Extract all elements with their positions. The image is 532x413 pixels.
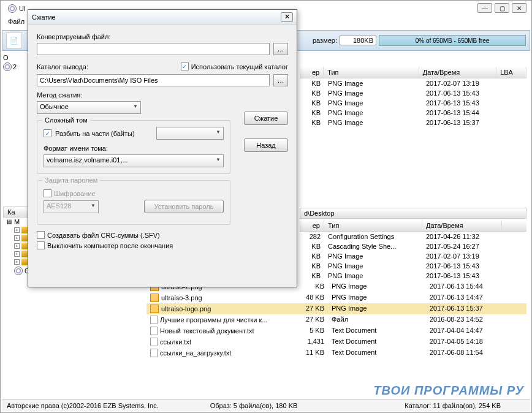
use-current-label: Использовать текущий каталог bbox=[191, 63, 288, 70]
status-image: Образ: 5 файла(ов), 180 KB bbox=[172, 402, 336, 409]
col-type[interactable]: Тип bbox=[324, 220, 422, 231]
output-label: Каталог вывода: bbox=[37, 63, 177, 70]
app-icon bbox=[8, 4, 17, 13]
lower-file-list: ultraiso-2.pngKBPNG Image2017-06-13 15:4… bbox=[146, 281, 526, 358]
encrypt-checkbox[interactable] bbox=[44, 189, 51, 197]
file-input[interactable] bbox=[37, 43, 270, 55]
output-input[interactable] bbox=[37, 74, 270, 86]
col-size[interactable]: ер bbox=[300, 67, 324, 78]
list-row[interactable]: KBPNG Image2017-02-07 13:19 bbox=[300, 78, 526, 88]
txt-icon bbox=[150, 349, 158, 357]
dialog-title: Сжатие bbox=[32, 13, 56, 21]
method-label: Метод сжатия: bbox=[37, 91, 288, 99]
png-icon bbox=[150, 294, 159, 302]
tree-row[interactable]: О bbox=[3, 53, 23, 62]
lower-file-list-partial: ер Тип Дата/Время 282Configuration Setti… bbox=[300, 220, 526, 281]
disc-icon bbox=[14, 267, 23, 275]
back-button[interactable]: Назад bbox=[244, 138, 288, 152]
new-doc-button[interactable]: 📄 bbox=[6, 32, 22, 48]
list-row[interactable]: KBPNG Image2017-02-07 13:19 bbox=[300, 251, 526, 261]
shutdown-checkbox[interactable] bbox=[37, 241, 45, 249]
volname-select[interactable]: volname.isz,volname.i01,... bbox=[44, 154, 224, 167]
compress-button[interactable]: Сжатие bbox=[244, 112, 288, 125]
col-date[interactable]: Дата/Время bbox=[419, 67, 496, 78]
list-row[interactable]: KBCascading Style She...2017-05-24 16:27 bbox=[300, 241, 526, 251]
method-select[interactable]: Обычное bbox=[37, 101, 141, 114]
title-text: Ul bbox=[19, 5, 25, 12]
png-icon bbox=[150, 305, 159, 313]
dialog-close-button[interactable]: ✕ bbox=[281, 12, 293, 22]
status-bar: Авторские права (c)2002-2016 EZB Systems… bbox=[2, 399, 530, 411]
list-row[interactable]: KBPNG Image2017-06-13 15:43 bbox=[300, 98, 526, 108]
col-size[interactable]: ер bbox=[300, 220, 324, 231]
list-row[interactable]: KBPNG Image2017-06-13 15:37 bbox=[300, 118, 526, 127]
list-row[interactable]: Новый текстовый документ.txt5 KBText Doc… bbox=[146, 325, 526, 336]
menu-file[interactable]: Файл bbox=[8, 18, 25, 25]
col-date[interactable]: Дата/Время bbox=[422, 220, 502, 231]
list-row[interactable]: ссылки_на_загрузку.txt11 KBText Document… bbox=[146, 347, 526, 358]
list-row[interactable]: KBPNG Image2017-06-13 15:44 bbox=[300, 108, 526, 118]
complex-legend: Сложный том bbox=[42, 116, 90, 124]
txt-icon bbox=[150, 338, 158, 346]
browse-output-button[interactable]: … bbox=[273, 74, 288, 86]
list-row[interactable]: ultraiso-3.png48 KBPNG Image2017-06-13 1… bbox=[146, 292, 526, 303]
list-row[interactable]: Лучшие программы для чистки к...27 KBФай… bbox=[146, 314, 526, 325]
encrypt-method-select: AES128 bbox=[44, 200, 99, 213]
volname-label: Формат имени тома: bbox=[44, 145, 224, 152]
app-title: Ul bbox=[8, 4, 25, 13]
password-legend: Защита паролем bbox=[42, 176, 100, 184]
file-label: Конвертируемый файл: bbox=[37, 33, 288, 40]
status-catalog: Каталог: 11 файла(ов), 254 KB bbox=[336, 402, 525, 409]
use-current-checkbox[interactable]: ✓ bbox=[181, 63, 189, 70]
tree-row[interactable]: 2 bbox=[3, 62, 23, 72]
size-label: размер: bbox=[313, 37, 337, 44]
list-row[interactable]: KBPNG Image2017-06-13 15:43 bbox=[300, 261, 526, 271]
list-row[interactable]: ultraiso-logo.png27 KBPNG Image2017-06-1… bbox=[146, 303, 526, 314]
txt-icon bbox=[150, 327, 158, 335]
list-row[interactable]: ссылки.txt1,431Text Document2017-04-05 1… bbox=[146, 336, 526, 347]
set-password-button: Установить пароль bbox=[144, 200, 224, 213]
path-bar[interactable]: d\Desktop bbox=[300, 208, 526, 219]
progress-bar: 0% of 650MB - 650MB free bbox=[379, 35, 526, 46]
list-row[interactable]: 282Configuration Settings2017-04-26 11:3… bbox=[300, 232, 526, 241]
close-button[interactable]: ✕ bbox=[512, 3, 526, 13]
upper-file-list: ер Тип Дата/Время LBA KBPNG Image2017-02… bbox=[300, 67, 526, 127]
list-row[interactable]: KBPNG Image2017-06-13 15:43 bbox=[300, 88, 526, 98]
col-lba[interactable]: LBA bbox=[496, 67, 526, 78]
split-checkbox[interactable]: ✓ bbox=[44, 129, 51, 137]
crc-label: Создавать файл CRC-суммы (.SFV) bbox=[47, 232, 160, 239]
maximize-button[interactable]: ▢ bbox=[495, 3, 509, 13]
split-size-select[interactable] bbox=[156, 127, 224, 140]
size-input[interactable] bbox=[340, 36, 376, 45]
shutdown-label: Выключить компьютер после окончания bbox=[47, 242, 173, 249]
list-row[interactable]: KBPNG Image2017-06-13 15:43 bbox=[300, 271, 526, 281]
crc-checkbox[interactable] bbox=[37, 231, 45, 239]
col-type[interactable]: Тип bbox=[324, 67, 419, 78]
disc-icon bbox=[3, 63, 12, 71]
watermark: ТВОИ ПРОГРАММЫ РУ bbox=[373, 384, 524, 398]
browse-file-button[interactable]: … bbox=[273, 43, 288, 55]
compress-dialog: Сжатие ✕ Конвертируемый файл: … Каталог … bbox=[28, 9, 297, 287]
status-copyright: Авторские права (c)2002-2016 EZB Systems… bbox=[7, 402, 172, 409]
split-label: Разбить на части (байты) bbox=[55, 130, 153, 137]
minimize-button[interactable]: — bbox=[477, 3, 492, 13]
encrypt-label: Шифрование bbox=[54, 190, 96, 197]
txt-icon bbox=[150, 316, 158, 324]
